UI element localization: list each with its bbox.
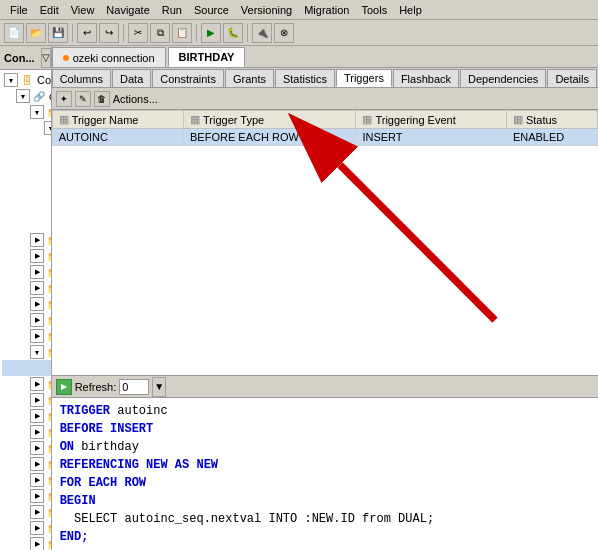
tree-types[interactable]: 📁 Types bbox=[2, 376, 49, 392]
expand-pub-synonyms[interactable] bbox=[30, 457, 44, 471]
tree-mat-views-logs[interactable]: 📁 Materialized Views Logs bbox=[2, 424, 49, 440]
expand-functions[interactable] bbox=[30, 297, 44, 311]
tree-id[interactable]: ▪ ID bbox=[2, 136, 51, 152]
expand-views[interactable] bbox=[30, 233, 44, 247]
expand-tables[interactable] bbox=[30, 105, 44, 119]
actions-label[interactable]: Actions... bbox=[113, 93, 158, 105]
new-btn[interactable]: 📄 bbox=[4, 23, 24, 43]
edit-trigger-icon[interactable]: ✎ bbox=[75, 91, 91, 107]
copy-btn[interactable]: ⧉ bbox=[150, 23, 170, 43]
refresh-dropdown-btn[interactable]: ▼ bbox=[152, 377, 166, 397]
tree-birthdate[interactable]: ▪ BIRTHDATE bbox=[2, 184, 51, 200]
sub-tab-constraints[interactable]: Constraints bbox=[152, 69, 224, 87]
filter-btn[interactable]: ▽ bbox=[41, 48, 51, 68]
expand-app-express[interactable] bbox=[30, 521, 44, 535]
th-status[interactable]: ▦ Status bbox=[506, 111, 597, 129]
menu-navigate[interactable]: Navigate bbox=[100, 3, 155, 17]
tree-pub-db-links[interactable]: 📁 Public Database Links bbox=[2, 488, 49, 504]
tree-status[interactable]: ▪ STATUS bbox=[2, 216, 51, 232]
tree-autoinc[interactable]: ⚡ AUTOINC bbox=[2, 360, 51, 376]
menu-run[interactable]: Run bbox=[156, 3, 188, 17]
code-area[interactable]: TRIGGER autoinc BEFORE INSERT ON birthda… bbox=[52, 398, 598, 550]
sub-tab-data[interactable]: Data bbox=[112, 69, 151, 87]
sub-tab-flashback[interactable]: Flashback bbox=[393, 69, 459, 87]
open-btn[interactable]: 📂 bbox=[26, 23, 46, 43]
disconnect-btn[interactable]: ⊗ bbox=[274, 23, 294, 43]
expand-mat-views-logs[interactable] bbox=[30, 425, 44, 439]
expand-ozeki[interactable] bbox=[16, 89, 30, 103]
th-triggering-event[interactable]: ▦ Triggering Event bbox=[356, 111, 506, 129]
connect-btn[interactable]: 🔌 bbox=[252, 23, 272, 43]
tree-java[interactable]: 📁 Java bbox=[2, 536, 49, 550]
tree-views[interactable]: 📁 Views bbox=[2, 232, 49, 248]
tree-pub-synonyms[interactable]: 📁 Public Synonyms bbox=[2, 456, 49, 472]
tree-app-express[interactable]: 📁 Application Express bbox=[2, 520, 49, 536]
menu-tools[interactable]: Tools bbox=[355, 3, 393, 17]
sub-tab-dependencies[interactable]: Dependencies bbox=[460, 69, 546, 87]
menu-versioning[interactable]: Versioning bbox=[235, 3, 298, 17]
expand-java[interactable] bbox=[30, 537, 44, 550]
tree-customerphone[interactable]: ▪ CUSTOMERPHONE bbox=[2, 168, 51, 184]
cut-btn[interactable]: ✂ bbox=[128, 23, 148, 43]
sub-tab-grants[interactable]: Grants bbox=[225, 69, 274, 87]
menu-file[interactable]: File bbox=[4, 3, 34, 17]
delete-trigger-icon[interactable]: 🗑 bbox=[94, 91, 110, 107]
th-trigger-type[interactable]: ▦ Trigger Type bbox=[184, 111, 356, 129]
add-trigger-icon[interactable]: ✦ bbox=[56, 91, 72, 107]
menu-source[interactable]: Source bbox=[188, 3, 235, 17]
run-btn[interactable]: ▶ bbox=[201, 23, 221, 43]
tree-ozeki[interactable]: 🔗 ozeki connection bbox=[2, 88, 49, 104]
refresh-input[interactable] bbox=[119, 379, 149, 395]
paste-btn[interactable]: 📋 bbox=[172, 23, 192, 43]
expand-synonyms[interactable] bbox=[30, 441, 44, 455]
tree-connections[interactable]: 🗄 Connections bbox=[2, 72, 49, 88]
menu-view[interactable]: View bbox=[65, 3, 101, 17]
tree-customername[interactable]: ▪ CUSTOMERNAME bbox=[2, 152, 51, 168]
save-btn[interactable]: 💾 bbox=[48, 23, 68, 43]
tree-packages[interactable]: 📁 Packages bbox=[2, 264, 49, 280]
debug-btn[interactable]: 🐛 bbox=[223, 23, 243, 43]
expand-triggers[interactable] bbox=[30, 345, 44, 359]
sub-tab-statistics[interactable]: Statistics bbox=[275, 69, 335, 87]
tree-synonyms[interactable]: 📁 Synonyms bbox=[2, 440, 49, 456]
tree-queues-tables[interactable]: 📁 Queues Tables bbox=[2, 328, 49, 344]
tab-birthday[interactable]: BIRTHDAY bbox=[168, 47, 246, 67]
tree-mat-views[interactable]: 📁 Materialized Views bbox=[2, 408, 49, 424]
tree-db-links[interactable]: 📁 Database Links bbox=[2, 472, 49, 488]
tab-ozeki[interactable]: ozeki connection bbox=[52, 47, 166, 67]
tree-procedures[interactable]: 📁 Procedures bbox=[2, 280, 49, 296]
table-row[interactable]: AUTOINC BEFORE EACH ROW INSERT ENABLED bbox=[52, 129, 597, 146]
expand-queues-tables[interactable] bbox=[30, 329, 44, 343]
tree-triggers[interactable]: 📁 Triggers bbox=[2, 344, 49, 360]
expand-sequences[interactable] bbox=[30, 393, 44, 407]
tree-birthday[interactable]: 📋 BIRTHDAY bbox=[2, 120, 49, 136]
menu-migration[interactable]: Migration bbox=[298, 3, 355, 17]
tree-functions[interactable]: 📁 Functions bbox=[2, 296, 49, 312]
redo-btn[interactable]: ↪ bbox=[99, 23, 119, 43]
expand-types[interactable] bbox=[30, 377, 44, 391]
sub-tab-details[interactable]: Details bbox=[547, 69, 597, 87]
sub-tab-triggers[interactable]: Triggers bbox=[336, 69, 392, 87]
expand-connections[interactable] bbox=[4, 73, 18, 87]
menu-help[interactable]: Help bbox=[393, 3, 428, 17]
expand-db-links[interactable] bbox=[30, 473, 44, 487]
run-query-btn[interactable]: ▶ bbox=[56, 379, 72, 395]
menu-edit[interactable]: Edit bbox=[34, 3, 65, 17]
tree-tables[interactable]: 📁 Tables bbox=[2, 104, 49, 120]
expand-procedures[interactable] bbox=[30, 281, 44, 295]
expand-pub-db-links[interactable] bbox=[30, 489, 44, 503]
sub-tab-columns[interactable]: Columns bbox=[52, 69, 111, 87]
tree-queues[interactable]: 📁 Queues bbox=[2, 312, 49, 328]
tree-sequences[interactable]: 📁 Sequences bbox=[2, 392, 49, 408]
expand-birthday[interactable] bbox=[44, 121, 51, 135]
undo-btn[interactable]: ↩ bbox=[77, 23, 97, 43]
tree-directories[interactable]: 📁 Directories bbox=[2, 504, 49, 520]
expand-mat-views[interactable] bbox=[30, 409, 44, 423]
tree-indexes[interactable]: 📁 Indexes bbox=[2, 248, 49, 264]
expand-indexes[interactable] bbox=[30, 249, 44, 263]
expand-directories[interactable] bbox=[30, 505, 44, 519]
th-trigger-name[interactable]: ▦ Trigger Name bbox=[52, 111, 183, 129]
tree-lastnotified[interactable]: ▪ LASTNOTIFIED bbox=[2, 200, 51, 216]
expand-packages[interactable] bbox=[30, 265, 44, 279]
expand-queues[interactable] bbox=[30, 313, 44, 327]
